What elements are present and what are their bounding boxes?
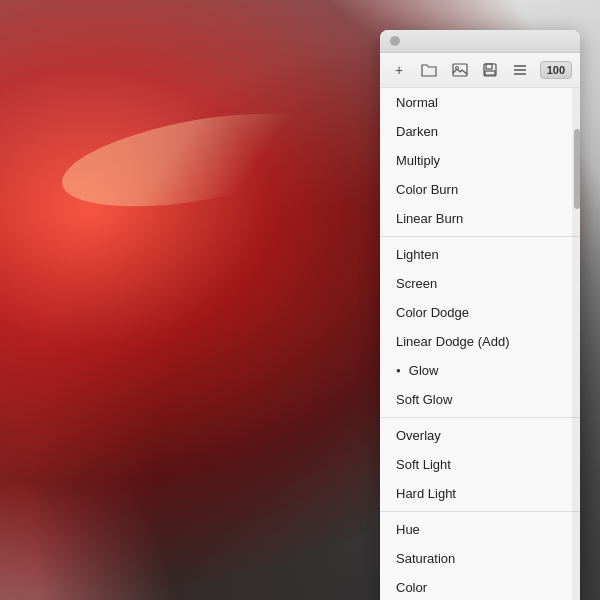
svg-rect-0 xyxy=(453,64,467,76)
blend-mode-panel: + 100 xyxy=(380,30,580,600)
image-button[interactable] xyxy=(449,59,471,81)
blend-mode-glow[interactable]: Glow xyxy=(380,356,580,385)
blend-mode-linear-burn[interactable]: Linear Burn xyxy=(380,204,580,233)
blend-separator xyxy=(380,236,580,237)
save-button[interactable] xyxy=(479,59,501,81)
blend-mode-screen[interactable]: Screen xyxy=(380,269,580,298)
blend-mode-linear-dodge[interactable]: Linear Dodge (Add) xyxy=(380,327,580,356)
svg-rect-3 xyxy=(486,64,492,69)
blend-mode-color-burn[interactable]: Color Burn xyxy=(380,175,580,204)
blend-mode-saturation[interactable]: Saturation xyxy=(380,544,580,573)
panel-titlebar xyxy=(380,30,580,53)
folder-button[interactable] xyxy=(418,59,440,81)
blend-mode-normal[interactable]: Normal xyxy=(380,88,580,117)
titlebar-dot xyxy=(390,36,400,46)
add-layer-button[interactable]: + xyxy=(388,59,410,81)
blend-mode-darken[interactable]: Darken xyxy=(380,117,580,146)
svg-rect-4 xyxy=(485,71,495,75)
scrollbar[interactable] xyxy=(572,88,580,600)
blend-mode-hard-light[interactable]: Hard Light xyxy=(380,479,580,508)
blend-mode-list: NormalDarkenMultiplyColor BurnLinear Bur… xyxy=(380,88,580,600)
blend-mode-color-dodge[interactable]: Color Dodge xyxy=(380,298,580,327)
opacity-value[interactable]: 100 xyxy=(540,61,572,79)
blend-mode-hue[interactable]: Hue xyxy=(380,515,580,544)
blend-separator xyxy=(380,417,580,418)
scrollbar-thumb[interactable] xyxy=(574,129,580,209)
blend-separator xyxy=(380,511,580,512)
blend-mode-multiply[interactable]: Multiply xyxy=(380,146,580,175)
panel-toolbar: + 100 xyxy=(380,53,580,88)
menu-button[interactable] xyxy=(509,59,531,81)
blend-mode-soft-light[interactable]: Soft Light xyxy=(380,450,580,479)
blend-mode-soft-glow[interactable]: Soft Glow xyxy=(380,385,580,414)
blend-mode-lighten[interactable]: Lighten xyxy=(380,240,580,269)
blend-mode-overlay[interactable]: Overlay xyxy=(380,421,580,450)
blend-mode-color[interactable]: Color xyxy=(380,573,580,600)
